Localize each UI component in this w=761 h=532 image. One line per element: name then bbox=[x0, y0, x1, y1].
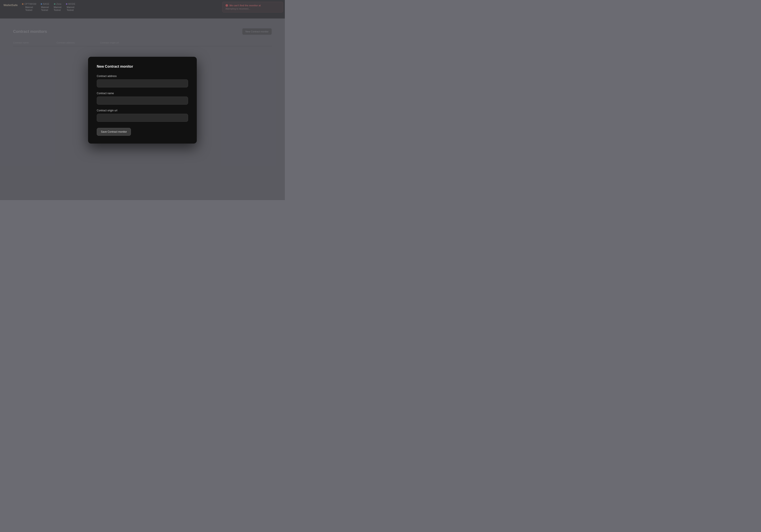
contract-address-input[interactable] bbox=[97, 80, 188, 88]
contract-address-group: Contract address bbox=[97, 75, 188, 88]
save-contract-monitor-button[interactable]: Save Contract monitor bbox=[97, 128, 131, 136]
contract-name-label: Contract name bbox=[97, 92, 188, 95]
contract-address-label: Contract address bbox=[97, 75, 188, 78]
contract-origin-url-input[interactable] bbox=[97, 114, 188, 122]
contract-origin-url-label: Contract origin url bbox=[97, 109, 188, 112]
modal-overlay: New Contract monitor Contract address Co… bbox=[0, 0, 285, 200]
contract-origin-url-group: Contract origin url bbox=[97, 109, 188, 122]
contract-name-group: Contract name bbox=[97, 92, 188, 105]
contract-name-input[interactable] bbox=[97, 96, 188, 105]
new-contract-monitor-modal: New Contract monitor Contract address Co… bbox=[88, 57, 197, 144]
modal-title: New Contract monitor bbox=[97, 65, 188, 69]
